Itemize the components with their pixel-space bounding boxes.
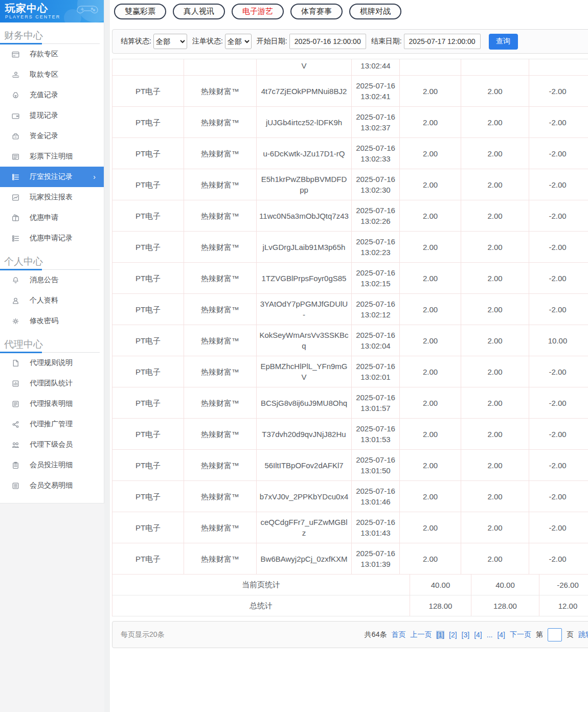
table-row: PT电子热辣财富™u-6DcKwtk-JZu17D1-rQ2025-07-161… <box>112 138 588 169</box>
profit-cell <box>529 59 586 75</box>
withdraw-record-icon <box>11 111 20 120</box>
sidebar-item-label: 修改密码 <box>30 316 58 326</box>
sidebar-item-clipboard[interactable]: 会员投注明细 <box>0 455 104 475</box>
app-root: 玩家中心 PLAYERS CENTER 财务中心存款专区取款专区充值记录提现记录… <box>0 0 588 712</box>
sidebar-item-recharge-bag[interactable]: 充值记录 <box>0 85 104 105</box>
bet-cell: 2.00 <box>400 138 461 169</box>
next-page-link[interactable]: 下一页 <box>510 630 531 639</box>
sidebar-item-gear[interactable]: 修改密码 <box>0 311 104 331</box>
sidebar-item-player-report[interactable]: 玩家投注报表 <box>0 187 104 208</box>
bet-cell: 2.00 <box>400 543 461 574</box>
tab-3[interactable]: 电子游艺 <box>232 4 284 19</box>
order-id-cell: KokSeyWmArsVv3SSKBcq <box>257 325 352 356</box>
clipboard-icon <box>11 461 20 470</box>
sidebar-item-report-detail[interactable]: 代理报表明细 <box>0 394 104 414</box>
promo-record-icon <box>11 234 20 243</box>
funds-record-icon <box>11 132 20 141</box>
jump-button[interactable]: 跳转 <box>578 630 588 639</box>
prev-page-link[interactable]: 上一页 <box>410 630 432 639</box>
profit-cell: -2.00 <box>529 450 586 480</box>
profit-cell: -2.00 <box>529 107 586 137</box>
start-date-input[interactable] <box>289 34 366 49</box>
valid-cell: 2.00 <box>461 232 529 262</box>
sidebar-item-doc[interactable]: 代理规则说明 <box>0 353 104 373</box>
doc-icon <box>11 359 20 368</box>
valid-cell: 2.00 <box>461 138 529 169</box>
valid-cell: 2.00 <box>461 76 529 106</box>
hall-cell: PT电子 <box>112 76 184 106</box>
page-ellipsis[interactable]: ... <box>487 631 493 639</box>
summary-valid: 128.00 <box>471 595 539 616</box>
valid-cell: 2.00 <box>461 294 529 325</box>
pagination-panel: 每页显示20条 共64条 首页 上一页 [1][2][3][4]...[4] 下… <box>112 621 588 648</box>
order-id-cell: u-6DcKwtk-JZu17D1-rQ <box>257 138 352 169</box>
sidebar-item-withdraw-hand[interactable]: 取款专区 <box>0 64 104 85</box>
profit-cell: -2.00 <box>529 543 586 574</box>
query-button[interactable]: 查询 <box>489 34 518 50</box>
sidebar-item-transaction[interactable]: 会员交易明细 <box>0 475 104 496</box>
hall-cell: PT电子 <box>112 107 184 137</box>
sidebar-item-user[interactable]: 个人资料 <box>0 290 104 311</box>
bet-cell: 2.00 <box>400 450 461 480</box>
per-page-label: 每页显示20条 <box>121 630 165 639</box>
bet-cell: 2.00 <box>400 263 461 293</box>
time-cell: 2025-07-1613:02:30 <box>352 169 400 200</box>
order-id-cell: E5h1krPwZBbpBVMDFDpp <box>257 169 352 200</box>
first-page-link[interactable]: 首页 <box>391 630 405 639</box>
page-number-link[interactable]: [4] <box>474 631 482 639</box>
sidebar-item-bell[interactable]: 消息公告 <box>0 270 104 290</box>
tab-1[interactable]: 雙赢彩票 <box>114 4 166 19</box>
end-date-input[interactable] <box>404 34 481 49</box>
team-stats-icon <box>11 379 20 388</box>
player-report-icon <box>11 193 20 202</box>
table-row: PT电子热辣财富™T37dvh20d9qvJNjJ82Hu2025-07-161… <box>112 419 588 450</box>
sidebar-section-title: 代理中心 <box>0 331 104 352</box>
time-cell: 2025-07-1613:02:12 <box>352 294 400 325</box>
hall-cell: PT电子 <box>112 512 184 543</box>
recharge-bag-icon <box>11 91 20 100</box>
sidebar-item-team-stats[interactable]: 代理团队统计 <box>0 373 104 394</box>
game-cell: 热辣财富™ <box>184 356 257 387</box>
sidebar-item-funds-record[interactable]: 资金记录 <box>0 126 104 146</box>
time-cell: 2025-07-1613:01:50 <box>352 450 400 480</box>
sidebar-item-promo-apply[interactable]: 优惠申请 <box>0 208 104 228</box>
sidebar-item-share[interactable]: 代理推广管理 <box>0 414 104 434</box>
sidebar-item-label: 优惠申请 <box>30 213 58 222</box>
jump-page-input[interactable] <box>548 628 562 641</box>
tab-5[interactable]: 棋牌对战 <box>349 4 401 19</box>
sidebar-item-users[interactable]: 代理下级会员 <box>0 434 104 455</box>
order-status-select[interactable]: 全部 <box>225 34 252 49</box>
profit-cell: -2.00 <box>529 232 586 262</box>
share-icon <box>11 420 20 429</box>
sidebar-item-promo-record[interactable]: 优惠申请记录 <box>0 228 104 248</box>
profit-cell: -2.00 <box>529 356 586 387</box>
sidebar-item-withdraw-record[interactable]: 提现记录 <box>0 105 104 126</box>
page-number-link[interactable]: [4] <box>497 631 505 639</box>
order-id-cell: T37dvh20d9qvJNjJ82Hu <box>257 419 352 449</box>
page-number-link[interactable]: [2] <box>449 631 457 639</box>
tab-4[interactable]: 体育赛事 <box>290 4 343 19</box>
sidebar-item-label: 个人资料 <box>30 296 58 305</box>
settle-status-select[interactable]: 全部 <box>153 34 187 49</box>
page-number-link[interactable]: [3] <box>462 631 470 639</box>
time-cell: 2025-07-1613:02:04 <box>352 325 400 356</box>
order-id-cell: 11wc0N5a3mObJQtq7z43 <box>257 200 352 231</box>
table-row-partial: V 13:02:44 <box>112 59 588 76</box>
table-row: PT电子热辣财富™jLvGDrgJLaib91M3p65h2025-07-161… <box>112 232 588 263</box>
profit-cell: -2.00 <box>529 169 586 200</box>
sidebar-item-label: 代理下级会员 <box>30 440 73 449</box>
sidebar-item-lottery-detail[interactable]: 彩票下注明细 <box>0 146 104 167</box>
bet-cell: 2.00 <box>400 387 461 418</box>
tab-2[interactable]: 真人视讯 <box>173 4 225 19</box>
sidebar-item-deposit-card[interactable]: 存款专区 <box>0 44 104 64</box>
table-row: PT电子热辣财富™ceQCdgFFr7_uFZwMGBlz2025-07-161… <box>112 512 588 543</box>
sidebar-section-title: 财务中心 <box>0 22 104 43</box>
summary-valid: 40.00 <box>471 575 539 595</box>
sidebar-item-hall-record[interactable]: 厅室投注记录› <box>0 167 104 187</box>
game-cell <box>184 59 257 75</box>
sidebar-item-label: 消息公告 <box>30 275 58 285</box>
profit-cell: -2.00 <box>529 263 586 293</box>
page-number-link[interactable]: [1] <box>436 631 444 639</box>
game-cell: 热辣财富™ <box>184 387 257 418</box>
valid-cell: 2.00 <box>461 263 529 293</box>
